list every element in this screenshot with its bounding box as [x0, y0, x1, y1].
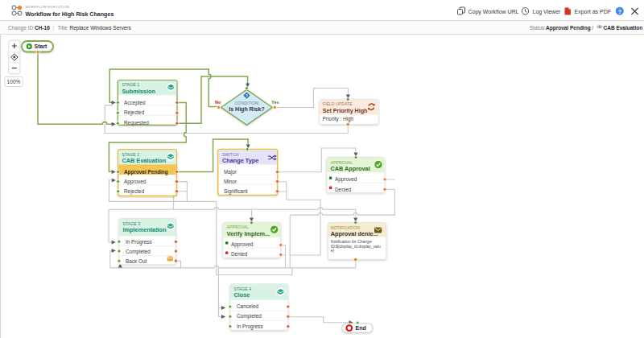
svg-text:Requested: Requested — [124, 120, 149, 126]
svg-text:Status:: Status: — [530, 25, 546, 31]
svg-text:Yes: Yes — [271, 100, 279, 105]
svg-text:CH-16: CH-16 — [35, 25, 50, 31]
svg-text:?: ? — [246, 93, 248, 98]
svg-text:Set Priority High: Set Priority High — [323, 108, 368, 114]
svg-text:Canceled: Canceled — [237, 303, 258, 309]
svg-text:ID:${display_id.display_valu: ID:${display_id.display_valu — [331, 244, 381, 249]
svg-text:Change Type: Change Type — [222, 157, 258, 164]
svg-text:Approved: Approved — [124, 179, 147, 185]
svg-text:Copy Workflow URL: Copy Workflow URL — [469, 9, 519, 15]
svg-text:100%: 100% — [7, 79, 21, 84]
svg-text:Major: Major — [224, 169, 237, 175]
svg-text:CAB Evaluation: CAB Evaluation — [122, 157, 167, 164]
svg-text:STAGE 3: STAGE 3 — [123, 221, 141, 226]
svg-text:Approved: Approved — [335, 176, 357, 183]
svg-text:STAGE 2: STAGE 2 — [122, 152, 140, 157]
svg-text:Accepted: Accepted — [124, 100, 146, 106]
svg-text:Back Out: Back Out — [126, 258, 147, 264]
svg-text:Log Viewer: Log Viewer — [533, 9, 562, 15]
svg-text:End: End — [356, 325, 366, 331]
svg-text:|: | — [53, 25, 55, 31]
svg-text:Rejected: Rejected — [124, 109, 145, 116]
svg-text:Priority : High: Priority : High — [323, 116, 354, 122]
svg-text:Completed: Completed — [237, 313, 262, 319]
svg-text:?: ? — [617, 8, 621, 15]
svg-text:CAB Evaluation: CAB Evaluation — [604, 25, 643, 31]
svg-text:In Progress: In Progress — [126, 239, 152, 245]
svg-text:Start: Start — [35, 43, 48, 49]
svg-text:SWITCH: SWITCH — [222, 152, 239, 157]
svg-text:Approval Pending: Approval Pending — [124, 169, 168, 175]
svg-text:CAB Approval: CAB Approval — [331, 165, 370, 172]
svg-text:Submission: Submission — [122, 88, 155, 95]
svg-text:Implementation: Implementation — [123, 226, 167, 233]
svg-text:Close: Close — [234, 291, 250, 299]
svg-text:Minor: Minor — [224, 179, 237, 184]
svg-text:Workflow for High Risk Changes: Workflow for High Risk Changes — [26, 11, 114, 18]
svg-text:Approved: Approved — [231, 241, 254, 248]
svg-text:Rejected: Rejected — [124, 188, 145, 195]
svg-text:APPROVAL: APPROVAL — [227, 225, 250, 229]
svg-text:Title: Title — [58, 25, 68, 31]
svg-text:/: / — [592, 25, 593, 31]
svg-text:Approval denie...: Approval denie... — [331, 230, 378, 237]
svg-text:NOTIFICATION: NOTIFICATION — [331, 225, 360, 230]
svg-text:Export as PDF: Export as PDF — [575, 9, 612, 15]
svg-text:Completed: Completed — [126, 249, 151, 255]
svg-text:No: No — [215, 100, 221, 105]
svg-text:Change ID: Change ID — [8, 25, 33, 31]
svg-text:STAGE 4: STAGE 4 — [234, 286, 252, 291]
svg-text:WORKFLOW EXECUTION: WORKFLOW EXECUTION — [26, 5, 69, 9]
svg-text:CONDITION: CONDITION — [235, 101, 259, 105]
svg-text:Denied: Denied — [231, 251, 248, 257]
svg-text:FIELD UPDATE: FIELD UPDATE — [323, 101, 353, 106]
svg-text:STAGE 1: STAGE 1 — [122, 82, 140, 87]
svg-text:In Progress: In Progress — [237, 324, 263, 330]
svg-text:Significant: Significant — [224, 188, 248, 195]
svg-text:Denied: Denied — [335, 187, 352, 192]
svg-text:Replace Windows Servers: Replace Windows Servers — [70, 25, 132, 31]
svg-text:Is High Risk?: Is High Risk? — [229, 106, 264, 113]
svg-text:Approval Pending: Approval Pending — [546, 25, 591, 31]
svg-text:APPROVAL: APPROVAL — [331, 160, 353, 165]
svg-text:Verify Implem...: Verify Implem... — [227, 230, 270, 237]
svg-text:e}: e} — [331, 248, 335, 253]
